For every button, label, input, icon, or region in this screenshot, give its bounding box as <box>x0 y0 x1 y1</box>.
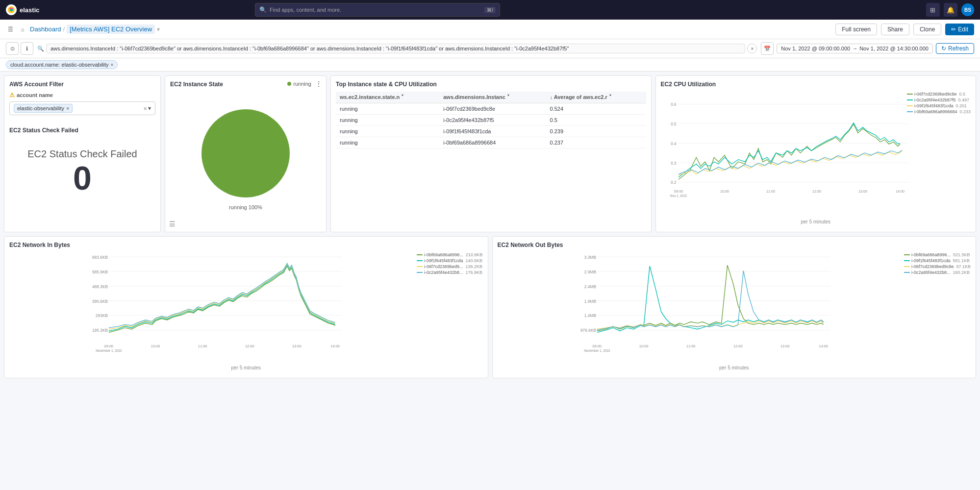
table-cell-instanceId: i-09f1f645f483f1cda <box>439 126 546 137</box>
refresh-button[interactable]: ↻ Refresh <box>936 43 974 54</box>
search-shortcut: ⌘/ <box>484 7 496 13</box>
clone-button[interactable]: Clone <box>913 24 941 35</box>
svg-point-1 <box>201 109 290 197</box>
running-dot <box>287 82 291 86</box>
network-out-legend: i-0bf69a686a8996...521.5KB i-09f1f645f48… <box>904 252 971 275</box>
svg-text:13:00: 13:00 <box>292 344 302 348</box>
elastic-logo[interactable]: elastic <box>6 4 39 15</box>
pie-chart-svg <box>197 104 295 202</box>
nav-right-actions: ⊞ 🔔 BS <box>926 3 974 17</box>
search-icon: 🔍 <box>259 6 267 13</box>
col-state[interactable]: ws.ec2.instance.state.n ˅ <box>336 92 439 103</box>
ec2-cpu-chart-panel: EC2 CPU Utilization 0.6 0.5 0.4 0.3 0.2 <box>655 75 977 232</box>
panel-menu-btn[interactable]: ⋮ <box>315 80 322 88</box>
table-body: runningi-06f7cd2369bed9c8e0.524runningi-… <box>336 103 646 148</box>
chip-value: elastic-observability <box>17 105 64 111</box>
svg-text:2.9MB: 2.9MB <box>584 270 596 274</box>
col-instance-id[interactable]: aws.dimensions.Instanc ˅ <box>439 92 546 103</box>
svg-text:0.5: 0.5 <box>671 122 677 126</box>
top-navigation: elastic 🔍 Find apps, content, and more. … <box>0 0 980 20</box>
calendar-icon-btn[interactable]: 📅 <box>761 42 774 55</box>
svg-text:0.2: 0.2 <box>671 180 677 185</box>
share-button[interactable]: Share <box>881 24 909 35</box>
filter-clear-btn[interactable]: × <box>747 44 757 53</box>
global-search[interactable]: 🔍 Find apps, content, and more. ⌘/ <box>255 3 500 17</box>
pie-chart-container: running 100% <box>170 92 321 223</box>
svg-text:11:00: 11:00 <box>766 189 775 194</box>
tag-label: cloud.account.name: elastic-observabilit… <box>10 62 109 68</box>
network-in-legend: i-0bf69a686a8996...210.8KB i-09f1f645f48… <box>417 252 483 275</box>
svg-text:Nov 1, 2022: Nov 1, 2022 <box>670 194 687 197</box>
account-label-text: account name <box>17 92 53 98</box>
network-out-chart-area: 3.3MB 2.9MB 2.4MB 1.9MB 1.4MB 976.6KB 09… <box>498 252 971 364</box>
breadcrumb-current[interactable]: [Metrics AWS] EC2 Overview <box>67 24 155 34</box>
table-cell-avg: 0.524 <box>546 103 646 115</box>
dropdown-arrow[interactable]: ▾ <box>148 105 151 112</box>
user-avatar[interactable]: BS <box>961 3 974 16</box>
elastic-icon <box>6 4 17 15</box>
svg-text:09:00: 09:00 <box>592 344 602 348</box>
svg-text:1.9MB: 1.9MB <box>584 299 596 304</box>
table-row: runningi-0bf69a686a89966840.237 <box>336 137 646 148</box>
col-avg[interactable]: ↓ Average of aws.ec2.r ˅ <box>546 92 646 103</box>
svg-text:488.3KB: 488.3KB <box>92 284 108 289</box>
bottom-row: EC2 Network In Bytes 683.6KB 585.9KB 488… <box>4 236 976 378</box>
svg-text:13:00: 13:00 <box>858 189 867 194</box>
time-range-picker[interactable]: Nov 1, 2022 @ 09:00:00.000 → Nov 1, 2022… <box>777 44 933 53</box>
svg-text:09:00: 09:00 <box>674 189 683 194</box>
svg-text:195.3KB: 195.3KB <box>92 328 108 333</box>
svg-text:10:00: 10:00 <box>639 344 648 348</box>
svg-text:November 1, 2022: November 1, 2022 <box>584 349 610 352</box>
notifications-icon[interactable]: 🔔 <box>944 3 957 17</box>
ec2-cpu-title: EC2 CPU Utilization <box>661 81 971 88</box>
fullscreen-button[interactable]: Full screen <box>835 24 877 35</box>
table-row: runningi-0c2a95f4e432b87f50.5 <box>336 115 646 126</box>
search-icon-filter: 🔍 <box>37 46 44 52</box>
svg-text:976.6KB: 976.6KB <box>580 328 596 333</box>
filter-info-btn[interactable]: ℹ <box>21 42 33 55</box>
svg-text:1.4MB: 1.4MB <box>584 313 596 318</box>
search-placeholder: Find apps, content, and more. <box>270 7 341 13</box>
svg-text:12:00: 12:00 <box>733 344 742 348</box>
edit-button[interactable]: ✏ Edit <box>945 24 974 35</box>
breadcrumb-actions: Full screen Share Clone ✏ Edit <box>835 24 974 35</box>
svg-text:13:00: 13:00 <box>780 344 789 348</box>
aws-account-filter-title: AWS Account Filter <box>9 81 155 88</box>
svg-text:09:00: 09:00 <box>104 344 114 348</box>
tag-remove[interactable]: × <box>111 62 114 68</box>
clear-all-icon[interactable]: × <box>143 105 147 112</box>
account-filter-content: ⚠ account name elastic-observability × ×… <box>9 92 155 115</box>
list-icon[interactable]: ☰ <box>169 220 176 228</box>
filter-options-btn[interactable]: ⊙ <box>6 42 19 55</box>
ec2-network-in-panel: EC2 Network In Bytes 683.6KB 585.9KB 488… <box>4 236 488 378</box>
tag-filter-bar: cloud.account.name: elastic-observabilit… <box>0 58 980 72</box>
svg-text:3.3MB: 3.3MB <box>584 255 596 260</box>
home-icon[interactable]: ⌂ <box>17 24 28 35</box>
chip-remove[interactable]: × <box>66 105 69 111</box>
svg-text:14:00: 14:00 <box>895 189 904 194</box>
svg-text:390.6KB: 390.6KB <box>92 299 108 304</box>
elastic-text: elastic <box>20 6 39 14</box>
network-out-per-5-min: per 5 minutes <box>498 365 971 370</box>
apps-icon[interactable]: ⊞ <box>926 3 940 17</box>
filter-bar: ⊙ ℹ 🔍 aws.dimensions.InstanceId : "i-06f… <box>0 39 980 58</box>
svg-text:0.4: 0.4 <box>671 142 677 146</box>
account-chip: elastic-observability × <box>14 104 73 113</box>
edit-icon: ✏ <box>951 26 956 33</box>
svg-text:683.6KB: 683.6KB <box>92 255 108 260</box>
hamburger-menu[interactable]: ☰ <box>6 24 15 35</box>
breadcrumb-dropdown[interactable]: ▾ <box>157 26 160 33</box>
account-dropdown[interactable]: elastic-observability × × ▾ <box>9 101 155 115</box>
svg-text:14:00: 14:00 <box>819 344 828 348</box>
network-in-per-5-min: per 5 minutes <box>9 365 483 370</box>
running-label: running <box>293 81 311 87</box>
filter-query-display[interactable]: aws.dimensions.InstanceId : "i-06f7cd236… <box>46 44 745 53</box>
table-cell-avg: 0.239 <box>546 126 646 137</box>
filter-icon-group: ⊙ ℹ <box>6 42 33 55</box>
breadcrumb-bar: ☰ ⌂ Dashboard / [Metrics AWS] EC2 Overvi… <box>0 20 980 39</box>
top-row: AWS Account Filter ⚠ account name elasti… <box>4 75 976 232</box>
breadcrumb-dashboard[interactable]: Dashboard <box>30 25 61 33</box>
refresh-icon: ↻ <box>941 45 946 52</box>
time-from: Nov 1, 2022 @ 09:00:00.000 <box>781 46 850 51</box>
table-cell-instanceId: i-0bf69a686a8996684 <box>439 137 546 148</box>
